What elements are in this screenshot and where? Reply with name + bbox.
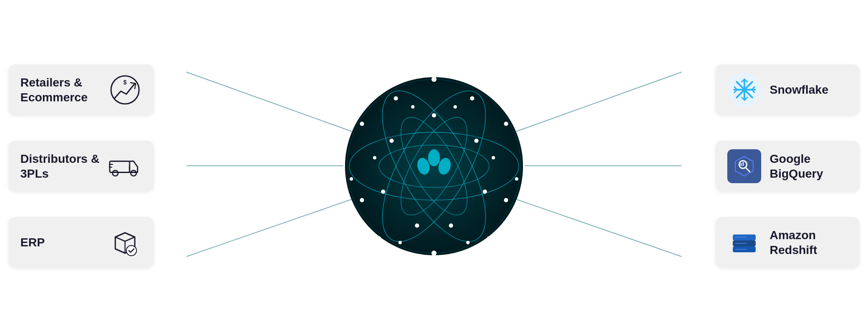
svg-point-52 (428, 149, 440, 166)
svg-point-45 (389, 139, 394, 143)
svg-point-41 (483, 190, 487, 194)
svg-point-48 (492, 156, 495, 159)
svg-point-16 (126, 246, 136, 256)
erp-card: ERP (8, 217, 154, 268)
svg-line-13 (115, 237, 125, 241)
svg-rect-69 (743, 162, 744, 166)
svg-point-43 (415, 223, 419, 228)
svg-point-30 (377, 236, 381, 240)
svg-point-10 (131, 170, 136, 176)
svg-point-46 (453, 105, 457, 109)
diagram-container: Retailers & Ecommerce $ Distributors & 3… (0, 0, 868, 332)
svg-point-39 (432, 113, 436, 117)
svg-point-26 (504, 122, 508, 126)
svg-line-3 (516, 72, 682, 131)
svg-point-36 (360, 198, 364, 202)
right-cards: Snowflake Google BigQuery (715, 64, 860, 268)
svg-point-37 (466, 241, 470, 244)
bigquery-icon (727, 149, 761, 183)
svg-point-38 (398, 241, 402, 244)
svg-marker-65 (735, 156, 753, 176)
svg-point-49 (373, 156, 376, 159)
svg-point-42 (449, 223, 453, 228)
distributors-card: Distributors & 3PLs (8, 141, 154, 192)
package-check-icon (108, 226, 142, 259)
redshift-card: Amazon Redshift (715, 217, 860, 268)
svg-rect-68 (740, 163, 742, 166)
bigquery-label: Google BigQuery (770, 151, 823, 181)
svg-point-44 (381, 190, 385, 194)
money-growth-icon: $ (108, 73, 142, 107)
snowflake-label: Snowflake (770, 82, 828, 97)
svg-line-2 (186, 199, 352, 257)
svg-point-25 (431, 77, 437, 82)
delivery-truck-icon (108, 149, 142, 183)
svg-line-5 (516, 199, 682, 257)
distributors-label: Distributors & 3PLs (20, 151, 100, 181)
svg-point-29 (431, 251, 437, 256)
retailers-card: Retailers & Ecommerce $ (8, 64, 154, 115)
left-cards: Retailers & Ecommerce $ Distributors & 3… (8, 64, 154, 268)
svg-point-32 (360, 122, 364, 126)
svg-point-34 (394, 96, 398, 100)
svg-point-28 (487, 236, 491, 240)
svg-line-14 (125, 237, 135, 241)
retailers-label: Retailers & Ecommerce (20, 75, 100, 105)
svg-point-40 (474, 139, 479, 143)
redshift-icon (727, 226, 761, 259)
snowflake-icon (727, 73, 761, 107)
svg-text:$: $ (123, 79, 127, 86)
svg-rect-8 (110, 161, 130, 172)
svg-point-27 (515, 177, 518, 181)
svg-point-33 (470, 96, 474, 100)
svg-point-31 (350, 177, 353, 181)
snowflake-card: Snowflake (715, 64, 860, 115)
bigquery-card: Google BigQuery (715, 141, 860, 192)
erp-label: ERP (20, 235, 100, 250)
svg-point-47 (411, 105, 415, 109)
svg-line-0 (186, 72, 352, 131)
svg-point-9 (113, 170, 118, 176)
redshift-label: Amazon Redshift (770, 228, 817, 257)
center-globe (341, 73, 527, 259)
svg-point-35 (504, 198, 508, 202)
